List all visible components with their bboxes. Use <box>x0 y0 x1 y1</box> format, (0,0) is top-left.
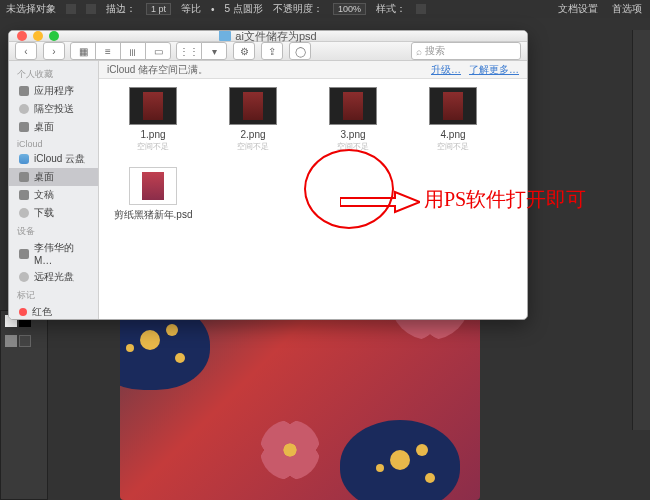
sidebar-header-tags: 标记 <box>9 286 98 303</box>
annotation-text: 用PS软件打开即可 <box>424 186 586 213</box>
action-button[interactable]: ⚙ <box>233 42 255 60</box>
file-status: 空间不足 <box>137 141 169 152</box>
gallery-view-button[interactable]: ▭ <box>145 42 171 60</box>
sidebar-item-label: 隔空投送 <box>34 102 74 116</box>
uniform-label: 等比 <box>181 2 201 16</box>
forward-button[interactable]: › <box>43 42 65 60</box>
file-thumb-icon <box>129 87 177 125</box>
sidebar-item-mac[interactable]: 李伟华的M… <box>9 239 98 268</box>
mac-icon <box>19 249 29 259</box>
file-thumb-icon <box>129 167 177 205</box>
file-name: 3.png <box>340 129 365 141</box>
sidebar-item-downloads[interactable]: 下载 <box>9 204 98 222</box>
arrange-button[interactable]: ⋮⋮ <box>176 42 202 60</box>
sidebar-header-devices: 设备 <box>9 222 98 239</box>
stroke-label: 描边： <box>106 2 136 16</box>
file-thumb-icon <box>329 87 377 125</box>
stroke-weight-field[interactable]: 1 pt <box>146 3 171 15</box>
airdrop-icon <box>19 104 29 114</box>
view-mode-segment: ▦ ≡ ⫼ ▭ <box>71 42 171 60</box>
ai-right-panel <box>632 30 650 430</box>
share-button[interactable]: ⇪ <box>261 42 283 60</box>
tags-button[interactable]: ◯ <box>289 42 311 60</box>
opacity-field[interactable]: 100% <box>333 3 366 15</box>
learn-more-link[interactable]: 了解更多… <box>469 63 519 77</box>
selection-status: 未选择对象 <box>6 2 56 16</box>
doc-setup-button[interactable]: 文档设置 <box>558 2 598 16</box>
folder-icon <box>219 31 231 41</box>
window-title: ai文件储存为psd <box>9 30 527 44</box>
list-view-button[interactable]: ≡ <box>95 42 121 60</box>
apps-icon <box>19 86 29 96</box>
swatch-gray[interactable] <box>5 335 17 347</box>
arrange-segment: ⋮⋮ ▾ <box>177 42 227 60</box>
downloads-icon <box>19 208 29 218</box>
sidebar-item-remote[interactable]: 远程光盘 <box>9 268 98 286</box>
file-thumb-icon <box>429 87 477 125</box>
sidebar-item-label: 远程光盘 <box>34 270 74 284</box>
file-item[interactable]: 2.png 空间不足 <box>203 87 303 167</box>
sidebar-item-label: iCloud 云盘 <box>34 152 85 166</box>
back-button[interactable]: ‹ <box>15 42 37 60</box>
search-icon: ⌕ <box>416 46 422 57</box>
sidebar-item-tag-red[interactable]: 红色 <box>9 303 98 320</box>
brush-preset[interactable]: 5 点圆形 <box>225 2 263 16</box>
stroke-swatch[interactable] <box>86 4 96 14</box>
file-name: 剪纸黑猪新年.psd <box>114 209 193 221</box>
desktop-icon <box>19 122 29 132</box>
sidebar-item-label: 李伟华的M… <box>34 241 90 266</box>
file-status: 空间不足 <box>337 141 369 152</box>
search-field[interactable]: ⌕ 搜索 <box>411 42 521 60</box>
sidebar-item-desktop[interactable]: 桌面 <box>9 118 98 136</box>
file-thumb-icon <box>229 87 277 125</box>
file-status: 空间不足 <box>437 141 469 152</box>
top-right-buttons: 文档设置 首选项 <box>558 0 642 18</box>
file-status: 空间不足 <box>237 141 269 152</box>
sidebar-item-label: 桌面 <box>34 170 54 184</box>
file-item[interactable]: 1.png 空间不足 <box>103 87 203 167</box>
ai-options-bar: 未选择对象 描边： 1 pt 等比 • 5 点圆形 不透明度： 100% 样式： <box>0 0 650 18</box>
swatch-none[interactable] <box>19 335 31 347</box>
disc-icon <box>19 272 29 282</box>
prefs-button[interactable]: 首选项 <box>612 2 642 16</box>
sidebar-item-airdrop[interactable]: 隔空投送 <box>9 100 98 118</box>
finder-sidebar: 个人收藏 应用程序 隔空投送 桌面 iCloud iCloud 云盘 桌面 文稿… <box>9 61 99 320</box>
sidebar-header-favorites: 个人收藏 <box>9 65 98 82</box>
sidebar-item-apps[interactable]: 应用程序 <box>9 82 98 100</box>
file-item[interactable]: 4.png 空间不足 <box>403 87 503 167</box>
style-label: 样式： <box>376 2 406 16</box>
sidebar-item-desktop-icloud[interactable]: 桌面 <box>9 168 98 186</box>
opacity-label: 不透明度： <box>273 2 323 16</box>
finder-toolbar: ‹ › ▦ ≡ ⫼ ▭ ⋮⋮ ▾ ⚙ ⇪ ◯ ⌕ 搜索 <box>9 42 527 61</box>
file-item[interactable]: 剪纸黑猪新年.psd <box>103 167 203 247</box>
tag-red-icon <box>19 308 27 316</box>
icon-view-button[interactable]: ▦ <box>70 42 96 60</box>
sidebar-item-label: 红色 <box>32 305 52 319</box>
pig-shape <box>340 420 460 500</box>
file-item[interactable]: 3.png 空间不足 <box>303 87 403 167</box>
group-button[interactable]: ▾ <box>201 42 227 60</box>
column-view-button[interactable]: ⫼ <box>120 42 146 60</box>
upgrade-link[interactable]: 升级… <box>431 63 461 77</box>
icloud-full-banner: iCloud 储存空间已满。 升级… 了解更多… <box>99 61 527 79</box>
sidebar-item-icloud[interactable]: iCloud 云盘 <box>9 150 98 168</box>
sidebar-item-label: 下载 <box>34 206 54 220</box>
style-swatch[interactable] <box>416 4 426 14</box>
sidebar-header-icloud: iCloud <box>9 136 98 150</box>
window-title-text: ai文件储存为psd <box>235 30 316 44</box>
sidebar-item-label: 桌面 <box>34 120 54 134</box>
search-placeholder: 搜索 <box>425 44 445 58</box>
finder-window: ai文件储存为psd ‹ › ▦ ≡ ⫼ ▭ ⋮⋮ ▾ ⚙ ⇪ ◯ ⌕ 搜索 个… <box>8 30 528 320</box>
file-name: 4.png <box>440 129 465 141</box>
fill-swatch[interactable] <box>66 4 76 14</box>
cloud-icon <box>19 154 29 164</box>
ai-color-panel <box>0 310 48 500</box>
desktop-icon <box>19 172 29 182</box>
flower-shape <box>260 420 320 480</box>
finder-titlebar[interactable]: ai文件储存为psd <box>9 31 527 42</box>
documents-icon <box>19 190 29 200</box>
sidebar-item-label: 文稿 <box>34 188 54 202</box>
banner-message: iCloud 储存空间已满。 <box>107 63 208 77</box>
sidebar-item-documents[interactable]: 文稿 <box>9 186 98 204</box>
file-name: 1.png <box>140 129 165 141</box>
